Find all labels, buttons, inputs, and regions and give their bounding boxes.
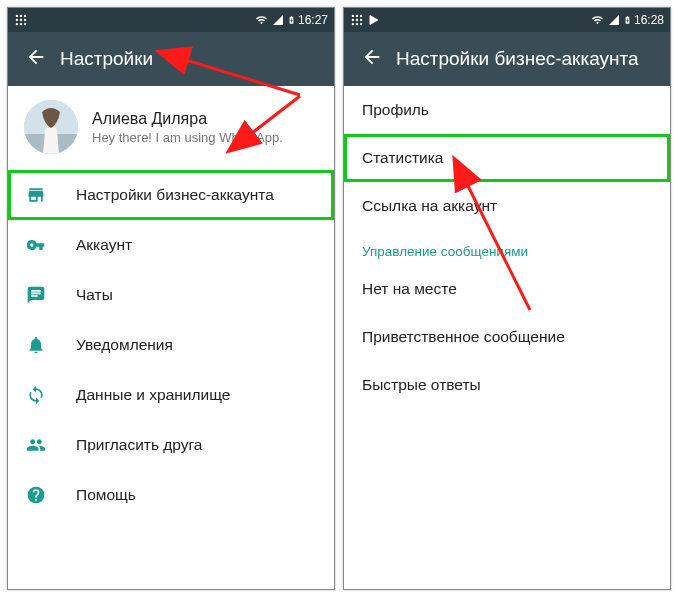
storefront-icon xyxy=(26,185,62,205)
arrow-back-icon xyxy=(25,46,47,72)
apps-icon xyxy=(350,13,364,27)
menu-item-chats[interactable]: Чаты xyxy=(8,270,334,320)
menu-item-notifications[interactable]: Уведомления xyxy=(8,320,334,370)
appbar-right: Настройки бизнес-аккаунта xyxy=(344,32,670,86)
signal-icon xyxy=(271,14,285,26)
statusbar: 16:27 xyxy=(8,8,334,32)
phone-left: 16:27 Настройки Алиева Диляра Hey there!… xyxy=(7,7,335,590)
menu-item-label: Данные и хранилище xyxy=(76,386,230,404)
menu-item-help[interactable]: Помощь xyxy=(8,470,334,520)
svg-point-16 xyxy=(356,19,358,21)
item-label: Ссылка на аккаунт xyxy=(362,197,497,215)
phone-right: 16:28 Настройки бизнес-аккаунта Профиль … xyxy=(343,7,671,590)
back-button[interactable] xyxy=(352,39,392,79)
svg-point-19 xyxy=(356,23,358,25)
menu-item-data-storage[interactable]: Данные и хранилище xyxy=(8,370,334,420)
svg-point-18 xyxy=(352,23,354,25)
appbar-left: Настройки xyxy=(8,32,334,86)
wifi-icon xyxy=(254,14,269,26)
battery-charging-icon xyxy=(287,13,296,27)
statusbar-time: 16:28 xyxy=(634,13,664,27)
svg-point-8 xyxy=(24,23,26,25)
profile-row[interactable]: Алиева Диляра Hey there! I am using What… xyxy=(8,86,334,170)
signal-icon xyxy=(607,14,621,26)
item-label: Профиль xyxy=(362,101,429,119)
svg-point-12 xyxy=(352,15,354,17)
menu-item-business-settings[interactable]: Настройки бизнес-аккаунта xyxy=(8,170,334,220)
svg-point-1 xyxy=(20,15,22,17)
svg-point-13 xyxy=(356,15,358,17)
bell-icon xyxy=(26,335,62,355)
help-icon xyxy=(26,485,62,505)
sync-icon xyxy=(26,385,62,405)
svg-point-3 xyxy=(16,19,18,21)
chat-icon xyxy=(26,285,62,305)
item-profile[interactable]: Профиль xyxy=(344,86,670,134)
item-away[interactable]: Нет на месте xyxy=(344,265,670,313)
item-short-link[interactable]: Ссылка на аккаунт xyxy=(344,182,670,230)
item-greeting[interactable]: Приветственное сообщение xyxy=(344,313,670,361)
svg-point-15 xyxy=(352,19,354,21)
group-icon xyxy=(26,435,62,455)
battery-charging-icon xyxy=(623,13,632,27)
item-label: Статистика xyxy=(362,149,443,167)
appbar-title: Настройки xyxy=(60,48,153,70)
svg-point-5 xyxy=(24,19,26,21)
profile-status: Hey there! I am using WhatsApp. xyxy=(92,130,283,145)
back-button[interactable] xyxy=(16,39,56,79)
section-header: Управление сообщениями xyxy=(344,230,670,265)
menu-item-label: Уведомления xyxy=(76,336,173,354)
item-label: Быстрые ответы xyxy=(362,376,481,394)
item-quick-replies[interactable]: Быстрые ответы xyxy=(344,361,670,409)
svg-point-7 xyxy=(20,23,22,25)
statusbar: 16:28 xyxy=(344,8,670,32)
menu-item-account[interactable]: Аккаунт xyxy=(8,220,334,270)
menu-item-label: Настройки бизнес-аккаунта xyxy=(76,186,274,204)
menu-item-label: Пригласить друга xyxy=(76,436,202,454)
appbar-title: Настройки бизнес-аккаунта xyxy=(396,48,639,70)
svg-point-17 xyxy=(360,19,362,21)
svg-point-6 xyxy=(16,23,18,25)
svg-point-4 xyxy=(20,19,22,21)
item-label: Нет на месте xyxy=(362,280,457,298)
arrow-back-icon xyxy=(361,46,383,72)
key-icon xyxy=(26,235,62,255)
svg-point-14 xyxy=(360,15,362,17)
svg-point-0 xyxy=(16,15,18,17)
play-store-icon xyxy=(368,14,380,26)
statusbar-time: 16:27 xyxy=(298,13,328,27)
menu-item-label: Чаты xyxy=(76,286,113,304)
wifi-icon xyxy=(590,14,605,26)
menu-item-label: Аккаунт xyxy=(76,236,132,254)
svg-point-2 xyxy=(24,15,26,17)
item-statistics[interactable]: Статистика xyxy=(344,134,670,182)
item-label: Приветственное сообщение xyxy=(362,328,565,346)
avatar xyxy=(24,100,78,154)
svg-point-20 xyxy=(360,23,362,25)
profile-name: Алиева Диляра xyxy=(92,110,283,128)
menu-item-invite[interactable]: Пригласить друга xyxy=(8,420,334,470)
apps-icon xyxy=(14,13,28,27)
menu-item-label: Помощь xyxy=(76,486,136,504)
